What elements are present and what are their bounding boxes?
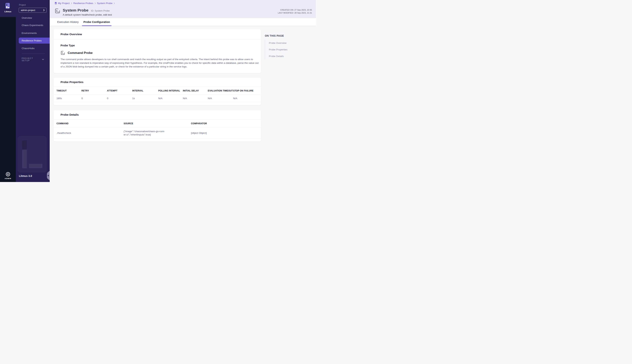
created-on: CREATED ON: 27 Sep 2023, 22:35 [278, 8, 312, 12]
probe-type-value: Command Probe [68, 51, 93, 55]
table-cell: 0 [107, 97, 132, 100]
breadcrumb-my-project[interactable]: My Project [58, 2, 70, 4]
chevron-down-icon [42, 59, 44, 60]
project-selector[interactable]: admin-project [19, 8, 47, 13]
on-this-page-link-probe-details[interactable]: Probe Details [269, 53, 311, 60]
table-cell: N/A [183, 97, 208, 100]
properties-header-row: TIMEOUT RETRY ATTEMPT INTERVAL POLLING I… [54, 87, 261, 95]
chevron-right-icon [71, 2, 72, 4]
table-cell: {"image":"chaosnative/chaos-go-runner:ci… [124, 130, 165, 136]
probe-properties-card: Probe Properties TIMEOUT RETRY ATTEMPT I… [54, 78, 261, 105]
litmus-breadcrumb-icon [55, 2, 57, 4]
on-this-page-link-probe-properties[interactable]: Probe Properties [269, 46, 311, 53]
sidebar-item-chaoshubs[interactable]: ChaosHubs [16, 45, 50, 51]
probe-details-card: Probe Details COMMAND SOURCE COMPARATOR … [54, 110, 261, 142]
probe-details-heading: Probe Details [54, 110, 261, 120]
sidebar: Project admin-project Overview Chaos Exp… [16, 0, 50, 182]
table-cell: 1s [132, 97, 158, 100]
column-header: COMPARATOR [191, 122, 261, 125]
column-header: TIMEOUT [57, 90, 82, 92]
project-setup-toggle[interactable]: PROJECT SETUP [22, 57, 44, 62]
sidebar-item-environments[interactable]: Environments [16, 30, 50, 36]
table-cell: N/A [158, 97, 183, 100]
chevron-right-icon [114, 2, 115, 4]
admin-label: ADMIN [0, 178, 16, 180]
on-this-page-link-probe-overview[interactable]: Probe Overview [269, 40, 311, 46]
details-header-row: COMMAND SOURCE COMPARATOR [54, 120, 261, 128]
column-header: COMMAND [57, 122, 124, 125]
terminal-icon [61, 50, 65, 55]
sidebar-divider [22, 54, 45, 54]
details-value-row: ./healthcheck {"image":"chaosnative/chao… [54, 128, 261, 138]
project-label: Project [19, 4, 26, 6]
column-header: EVALUATION TIMEOUT [208, 90, 233, 92]
page-title: System Probe [63, 8, 88, 12]
content: Probe Overview Probe Type Command Probe … [50, 26, 316, 182]
project-selector-value: admin-project [21, 9, 35, 12]
chevron-right-icon [95, 2, 96, 4]
table-cell: 180s [57, 97, 82, 100]
table-cell: N/A [208, 97, 233, 100]
litmus-watermark [18, 136, 47, 173]
probe-overview-card: Probe Overview Probe Type Command Probe … [54, 29, 261, 73]
probe-properties-heading: Probe Properties [54, 78, 261, 87]
tab-probe-configuration[interactable]: Probe Configuration [82, 18, 112, 26]
column-header: INTERVAL [132, 90, 158, 92]
breadcrumb-system-probe[interactable]: System Probe [97, 2, 113, 4]
version-label: Litmus 3.0 [19, 174, 32, 178]
timestamps: CREATED ON: 27 Sep 2023, 22:35 LAST MODI… [278, 8, 312, 14]
properties-value-row: 180s 0 0 1s N/A N/A N/A N/A [54, 95, 261, 102]
sidebar-item-overview[interactable]: Overview [16, 15, 50, 21]
on-this-page-heading: ON THIS PAGE [265, 34, 311, 37]
column-header: INITIAL DELAY [183, 90, 208, 92]
breadcrumb-resilience-probes[interactable]: Resilience Probes [73, 2, 93, 4]
chevron-right-icon [43, 9, 45, 11]
probe-subtitle: A default system healthcheck probe, edit… [63, 14, 112, 16]
main-area: My Project Resilience Probes System Prob… [50, 0, 316, 182]
table-cell: N/A [233, 97, 261, 100]
column-header: SOURCE [124, 122, 191, 125]
tab-execution-history[interactable]: Execution History [56, 18, 80, 26]
tab-bar: Execution History Probe Configuration [50, 18, 316, 26]
terminal-icon [55, 8, 60, 14]
probe-type-label: Probe Type [61, 44, 254, 47]
last-modified: LAST MODIFIED: 28 Sep 2023, 21:31 [278, 12, 312, 14]
avatar[interactable]: A [6, 172, 10, 176]
litmus-logo-label: Litmus [0, 10, 16, 13]
probe-type-description: The command probe allows developers to r… [61, 58, 261, 68]
page-header: My Project Resilience Probes System Prob… [50, 0, 316, 18]
collapse-sidebar-button[interactable] [47, 171, 50, 180]
breadcrumb: My Project Resilience Probes System Prob… [55, 2, 115, 4]
column-header: STOP ON FAILURE [233, 90, 261, 92]
column-header: RETRY [82, 90, 107, 92]
table-cell: [object Object] [191, 132, 261, 134]
sidebar-item-chaos-experiments[interactable]: Chaos Experiments [16, 22, 50, 28]
table-cell: 0 [82, 97, 107, 100]
on-this-page: ON THIS PAGE Probe Overview Probe Proper… [265, 34, 311, 60]
column-header: ATTEMPT [107, 90, 132, 92]
left-triangle-icon [48, 175, 49, 176]
probe-id-label: ID: System Probe [91, 9, 110, 12]
app-rail: Litmus A ADMIN [0, 0, 16, 182]
litmus-logo-icon[interactable] [6, 3, 10, 8]
table-cell: ./healthcheck [57, 132, 124, 134]
rail-top: Litmus [0, 0, 16, 17]
sidebar-item-resilience-probes[interactable]: Resilience Probes [19, 38, 50, 44]
probe-overview-heading: Probe Overview [54, 29, 261, 40]
column-header: POLLING INTERVAL [158, 90, 183, 92]
project-setup-label: PROJECT SETUP [22, 57, 42, 62]
